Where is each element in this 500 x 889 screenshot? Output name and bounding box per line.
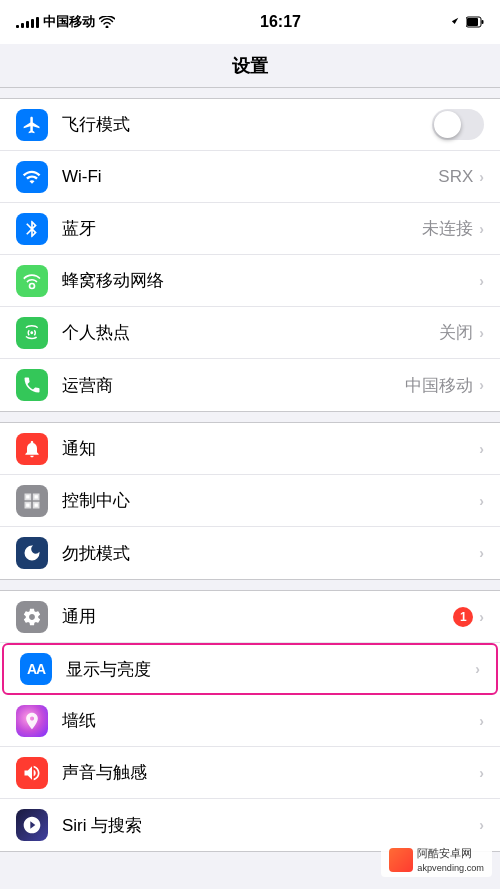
hotspot-chevron: ›	[479, 325, 484, 341]
wifi-label: Wi-Fi	[62, 167, 438, 187]
airplane-label: 飞行模式	[62, 113, 432, 136]
sound-icon	[16, 757, 48, 789]
controlcenter-icon	[16, 485, 48, 517]
svg-rect-1	[481, 20, 483, 24]
carrier-icon	[16, 369, 48, 401]
airplane-icon	[16, 109, 48, 141]
status-right	[446, 16, 484, 28]
bluetooth-label: 蓝牙	[62, 217, 422, 240]
row-general[interactable]: 通用 1 ›	[0, 591, 500, 643]
siri-label: Siri 与搜索	[62, 814, 479, 837]
row-controlcenter[interactable]: 控制中心 ›	[0, 475, 500, 527]
cellular-label: 蜂窝移动网络	[62, 269, 479, 292]
general-chevron: ›	[479, 609, 484, 625]
carrier-chevron: ›	[479, 377, 484, 393]
siri-chevron: ›	[479, 817, 484, 833]
row-donotdisturb[interactable]: 勿扰模式 ›	[0, 527, 500, 579]
wifi-chevron: ›	[479, 169, 484, 185]
general-badge: 1	[453, 607, 473, 627]
row-sound[interactable]: 声音与触感 ›	[0, 747, 500, 799]
status-time: 16:17	[260, 13, 301, 31]
hotspot-icon	[16, 317, 48, 349]
hotspot-label: 个人热点	[62, 321, 439, 344]
row-wifi[interactable]: Wi-Fi SRX ›	[0, 151, 500, 203]
location-icon	[446, 16, 462, 28]
row-notifications[interactable]: 通知 ›	[0, 423, 500, 475]
status-left: 中国移动	[16, 13, 115, 31]
bluetooth-value: 未连接	[422, 217, 473, 240]
controlcenter-chevron: ›	[479, 493, 484, 509]
wallpaper-icon	[16, 705, 48, 737]
display-label: 显示与亮度	[66, 658, 475, 681]
sound-label: 声音与触感	[62, 761, 479, 784]
wifi-icon	[16, 161, 48, 193]
watermark-text: 阿酷安卓网akpvending.com	[417, 846, 484, 873]
watermark: 阿酷安卓网akpvending.com	[381, 842, 492, 877]
settings-content: 飞行模式 Wi-Fi SRX › 蓝牙 未连接 › 蜂窝移动网络	[0, 88, 500, 889]
siri-icon	[16, 809, 48, 841]
controlcenter-label: 控制中心	[62, 489, 479, 512]
carrier-label: 中国移动	[43, 13, 95, 31]
notifications-icon	[16, 433, 48, 465]
carrier-label: 运营商	[62, 374, 405, 397]
section-display: 通用 1 › AA 显示与亮度 › 墙纸 › 声音与触感 ›	[0, 590, 500, 852]
row-bluetooth[interactable]: 蓝牙 未连接 ›	[0, 203, 500, 255]
carrier-value: 中国移动	[405, 374, 473, 397]
donotdisturb-label: 勿扰模式	[62, 542, 479, 565]
general-icon	[16, 601, 48, 633]
wifi-status-icon	[99, 16, 115, 28]
page-title: 设置	[232, 54, 268, 78]
row-display[interactable]: AA 显示与亮度 ›	[2, 643, 498, 695]
cellular-icon	[16, 265, 48, 297]
donotdisturb-chevron: ›	[479, 545, 484, 561]
notifications-chevron: ›	[479, 441, 484, 457]
section-connectivity: 飞行模式 Wi-Fi SRX › 蓝牙 未连接 › 蜂窝移动网络	[0, 98, 500, 412]
svg-rect-2	[467, 18, 478, 26]
row-wallpaper[interactable]: 墙纸 ›	[0, 695, 500, 747]
nav-bar: 设置	[0, 44, 500, 88]
donotdisturb-icon	[16, 537, 48, 569]
cellular-chevron: ›	[479, 273, 484, 289]
general-label: 通用	[62, 605, 453, 628]
row-hotspot[interactable]: 个人热点 关闭 ›	[0, 307, 500, 359]
section-notifications: 通知 › 控制中心 › 勿扰模式 ›	[0, 422, 500, 580]
wifi-value: SRX	[438, 167, 473, 187]
bluetooth-chevron: ›	[479, 221, 484, 237]
display-chevron: ›	[475, 661, 480, 677]
signal-icon	[16, 16, 39, 28]
row-cellular[interactable]: 蜂窝移动网络 ›	[0, 255, 500, 307]
wallpaper-label: 墙纸	[62, 709, 479, 732]
battery-icon	[466, 16, 484, 28]
sound-chevron: ›	[479, 765, 484, 781]
notifications-label: 通知	[62, 437, 479, 460]
row-airplane[interactable]: 飞行模式	[0, 99, 500, 151]
display-icon: AA	[20, 653, 52, 685]
hotspot-value: 关闭	[439, 321, 473, 344]
watermark-logo	[389, 848, 413, 872]
status-bar: 中国移动 16:17	[0, 0, 500, 44]
row-carrier[interactable]: 运营商 中国移动 ›	[0, 359, 500, 411]
bluetooth-icon	[16, 213, 48, 245]
airplane-toggle[interactable]	[432, 109, 484, 140]
wallpaper-chevron: ›	[479, 713, 484, 729]
